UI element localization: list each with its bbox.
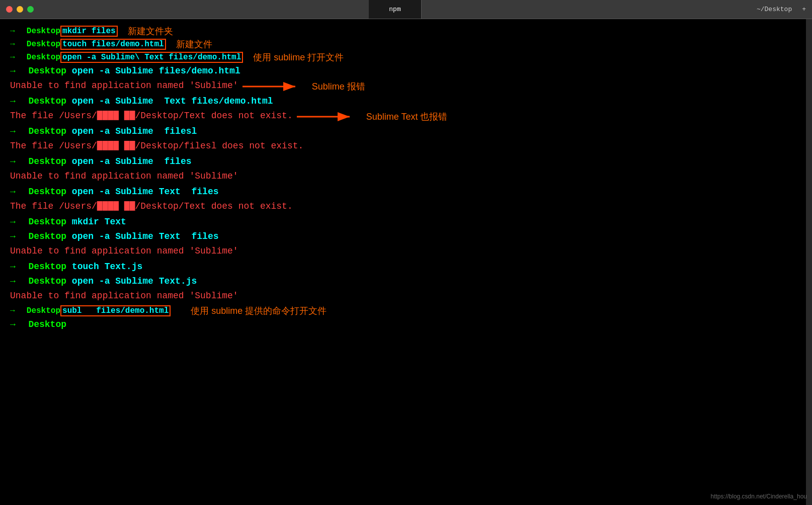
terminal-line-2: → Desktop touch files/demo.html 新建文件 [10,38,802,50]
terminal-line-5: → Desktop open -a Sublime Text files/dem… [10,95,802,108]
prompt-dir: Desktop [17,40,60,49]
cmd-text: open -a Sublime files/demo.html [72,64,240,78]
cmd-text: open -a Sublime files [72,155,192,169]
maximize-button[interactable] [27,6,34,13]
cmd-text: open -a Sublime\ Text files/demo.html [60,52,243,63]
prompt-dir: Desktop [18,125,72,138]
terminal-error-6: Unable to find application named 'Sublim… [10,244,802,259]
prompt-dir: Desktop [18,230,72,243]
terminal-line-9: → Desktop mkdir Text [10,215,802,229]
error-arrow-2 [297,110,357,124]
prompt-arrow: → [10,53,15,62]
terminal-line-8: → Desktop open -a Sublime Text files [10,185,802,199]
cmd-text: touch Text.js [72,260,142,274]
prompt-arrow: → [10,185,16,199]
annotation-error-1: Sublime 报错 [312,80,365,93]
prompt-dir: Desktop [17,27,60,36]
tab-npm[interactable]: npm [369,0,421,19]
cmd-text: subl files/demo.html [60,305,171,316]
prompt-arrow: → [10,95,16,108]
prompt-arrow: → [10,155,16,169]
prompt-arrow: → [10,64,16,78]
terminal-line-12: → Desktop open -a Sublime Text.js [10,275,802,288]
terminal-line-11: → Desktop touch Text.js [10,260,802,274]
watermark: https://blog.csdn.net/Cinderella_hou [711,493,807,500]
terminal-error-1: Unable to find application named 'Sublim… [10,79,802,94]
error-text: Unable to find application named 'Sublim… [10,170,238,183]
cmd-text: open -a Sublime filesl [72,125,197,138]
prompt-dir: Desktop [18,64,72,78]
terminal-error-7: Unable to find application named 'Sublim… [10,289,802,304]
terminal-line-4: → Desktop open -a Sublime files/demo.htm… [10,64,802,78]
terminal-line-1: → Desktop mkdir files 新建文件夹 [10,25,802,37]
error-text: Unable to find application named 'Sublim… [10,79,238,93]
error-text: The file /Users/████ ██/Desktop/filesl d… [10,139,303,153]
cmd-text: open -a Sublime Text files/demo.html [72,95,273,108]
new-tab-button[interactable]: + [802,6,806,13]
error-text: Unable to find application named 'Sublim… [10,289,238,303]
prompt-arrow: → [10,318,16,331]
annotation-error-2: Sublime Text 也报错 [366,111,448,123]
prompt-dir: Desktop [17,306,60,315]
prompt-arrow: → [10,275,16,288]
cmd-text: mkdir Text [72,215,126,229]
terminal-line-6: → Desktop open -a Sublime filesl [10,125,802,138]
prompt-arrow: → [10,215,16,229]
titlebar-tabs: npm [369,0,421,19]
path-label: ~/Desktop [757,6,792,13]
terminal-error-4: Unable to find application named 'Sublim… [10,170,802,184]
annotation-3: 使用 sublime 打开文件 [248,51,344,63]
error-text: Unable to find application named 'Sublim… [10,244,238,258]
terminal-line-7: → Desktop open -a Sublime files [10,155,802,169]
cmd-text: touch files/demo.html [60,39,166,50]
error-text: The file /Users/████ ██/Desktop/Text doe… [10,109,293,123]
prompt-arrow: → [10,230,16,243]
prompt-dir: Desktop [18,185,72,199]
terminal-line-13: → Desktop subl files/demo.html 使用 sublim… [10,305,802,317]
prompt-dir: Desktop [17,53,60,62]
prompt-dir: Desktop [18,215,72,229]
annotation-13: 使用 sublime 提供的命令打开文件 [176,305,327,317]
error-arrow-1 [242,79,303,94]
terminal-error-2: The file /Users/████ ██/Desktop/Text doe… [10,109,802,124]
prompt-dir: Desktop [18,260,72,274]
scrollbar[interactable] [806,19,812,505]
annotation-2: 新建文件 [171,38,212,50]
prompt-dir: Desktop [18,95,72,108]
prompt-dir: Desktop [18,318,72,331]
prompt-dir: Desktop [18,155,72,169]
titlebar: npm ~/Desktop + [0,0,812,19]
cmd-text: open -a Sublime Text files [72,230,219,243]
titlebar-left [0,6,34,13]
prompt-arrow: → [10,27,15,36]
titlebar-right: ~/Desktop + [757,6,812,13]
cmd-text: mkdir files [60,26,118,37]
prompt-dir: Desktop [18,275,72,288]
terminal-line-10: → Desktop open -a Sublime Text files [10,230,802,243]
error-text: The file /Users/████ ██/Desktop/Text doe… [10,200,293,213]
cmd-text: open -a Sublime Text files [72,185,219,199]
cmd-text: open -a Sublime Text.js [72,275,197,288]
terminal-area: → Desktop mkdir files 新建文件夹 → Desktop to… [0,19,812,505]
prompt-arrow: → [10,306,15,315]
terminal-error-5: The file /Users/████ ██/Desktop/Text doe… [10,200,802,214]
minimize-button[interactable] [17,6,23,13]
terminal-line-3: → Desktop open -a Sublime\ Text files/de… [10,51,802,63]
terminal-error-3: The file /Users/████ ██/Desktop/filesl d… [10,139,802,154]
prompt-arrow: → [10,125,16,138]
prompt-arrow: → [10,40,15,49]
close-button[interactable] [6,6,13,13]
terminal-line-14: → Desktop [10,318,802,331]
prompt-arrow: → [10,260,16,274]
annotation-1: 新建文件夹 [123,25,173,37]
